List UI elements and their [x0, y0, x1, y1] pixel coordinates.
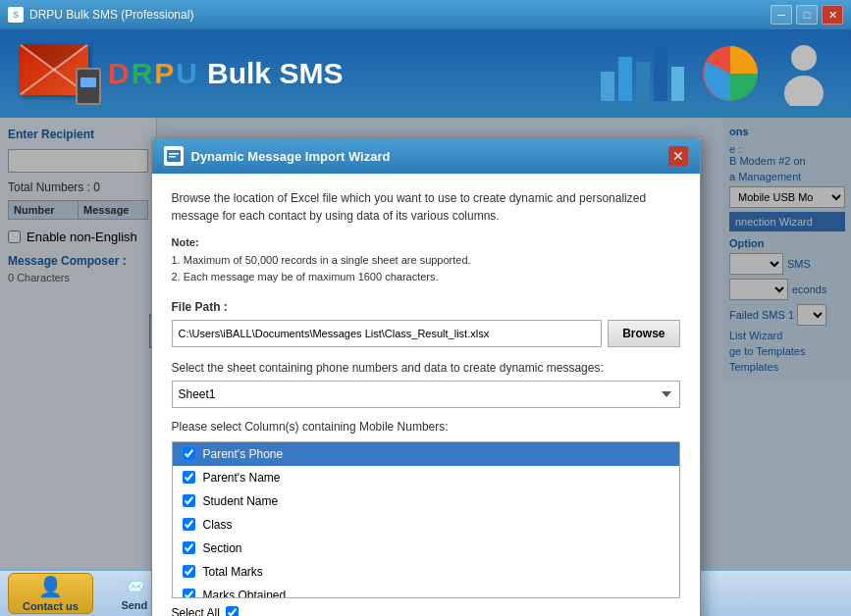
minimize-button[interactable]: ─	[771, 5, 792, 25]
title-bar: S DRPU Bulk SMS (Professional) ─ □ ✕	[0, 0, 851, 29]
col-checkbox-total-marks[interactable]	[183, 565, 195, 578]
send-label: Send	[121, 599, 147, 611]
column-item-student-name[interactable]: Student Name	[173, 489, 679, 513]
app-icon: S	[8, 7, 24, 23]
sheet-dropdown[interactable]: Sheet1	[172, 381, 680, 408]
app-header: D R P U Bulk SMS	[0, 29, 851, 118]
bar-chart-icon	[596, 42, 684, 106]
column-item-parents-name[interactable]: Parent's Name	[173, 466, 679, 489]
close-window-button[interactable]: ✕	[822, 5, 843, 25]
column-select-label: Please select Column(s) containing Mobil…	[172, 420, 680, 434]
file-path-label: File Path :	[172, 300, 680, 314]
col-checkbox-student-name[interactable]	[183, 494, 195, 507]
modal-description: Browse the location of Excel file which …	[172, 189, 680, 225]
file-path-row: Browse	[172, 320, 680, 347]
svg-rect-3	[618, 57, 632, 101]
col-label-marks-obtained: Marks Obtained	[203, 589, 287, 598]
col-label-parents-phone: Parent's Phone	[203, 447, 284, 461]
col-label-section: Section	[203, 541, 242, 555]
pie-chart-icon	[699, 42, 763, 106]
maximize-button[interactable]: □	[796, 5, 818, 25]
header-decorations	[596, 29, 831, 118]
select-all-row: Select All	[172, 606, 680, 616]
modal-close-button[interactable]: ✕	[668, 146, 688, 166]
column-item-section[interactable]: Section	[173, 537, 679, 560]
col-label-parents-name: Parent's Name	[203, 471, 281, 485]
svg-rect-12	[169, 156, 176, 158]
sheet-select-label: Select the sheet containing phone number…	[172, 361, 680, 375]
col-label-total-marks: Total Marks	[203, 565, 263, 579]
logo-p: P	[154, 57, 174, 90]
col-checkbox-section[interactable]	[183, 541, 195, 554]
modal-title: Dynamic Message Import Wizard	[191, 149, 391, 164]
select-all-label: Select All	[172, 606, 220, 616]
col-checkbox-marks-obtained[interactable]	[183, 589, 195, 598]
col-checkbox-class[interactable]	[183, 518, 195, 531]
modal-overlay: Dynamic Message Import Wizard ✕ Browse t…	[0, 118, 851, 569]
column-item-parents-phone[interactable]: Parent's Phone	[173, 442, 679, 466]
logo-area: D R P U Bulk SMS	[20, 44, 343, 103]
columns-list: Parent's Phone Parent's Name Student Nam…	[172, 441, 680, 598]
col-label-class: Class	[203, 518, 233, 532]
col-label-student-name: Student Name	[203, 494, 279, 508]
modal-body: Browse the location of Excel file which …	[152, 174, 700, 616]
select-all-checkbox[interactable]	[226, 606, 239, 616]
logo-u: U	[176, 57, 197, 90]
bulk-sms-text: Bulk SMS	[207, 57, 343, 90]
modal-header-icon	[164, 146, 184, 166]
svg-rect-11	[169, 153, 179, 155]
column-item-marks-obtained[interactable]: Marks Obtained	[173, 584, 679, 598]
logo-r: R	[132, 57, 153, 90]
col-checkbox-parents-phone[interactable]	[183, 447, 195, 460]
dynamic-message-import-wizard: Dynamic Message Import Wizard ✕ Browse t…	[151, 137, 701, 616]
svg-point-8	[791, 45, 817, 71]
app-title: DRPU Bulk SMS (Professional)	[29, 8, 193, 22]
svg-rect-4	[636, 62, 650, 101]
column-item-total-marks[interactable]: Total Marks	[173, 560, 679, 584]
col-checkbox-parents-name[interactable]	[183, 471, 195, 484]
browse-button[interactable]: Browse	[608, 320, 679, 347]
contact-us-label: Contact us	[23, 600, 79, 612]
main-area: Enter Recipient Total Numbers : 0 Number…	[0, 118, 851, 569]
logo-d: D	[108, 57, 130, 90]
logo-text: D R P U Bulk SMS	[108, 57, 343, 90]
contact-us-button[interactable]: 👤 Contact us	[8, 573, 93, 614]
svg-rect-6	[671, 67, 684, 101]
contact-icon: 👤	[38, 575, 63, 598]
file-path-input[interactable]	[172, 320, 603, 347]
svg-rect-5	[654, 47, 667, 101]
svg-rect-2	[601, 72, 614, 101]
svg-point-9	[784, 76, 824, 106]
column-item-class[interactable]: Class	[173, 513, 679, 537]
person-icon	[777, 42, 831, 106]
modal-header: Dynamic Message Import Wizard ✕	[152, 138, 700, 174]
modal-note: Note: 1. Maximum of 50,000 records in a …	[172, 234, 680, 286]
send-icon: 📨	[124, 576, 145, 597]
